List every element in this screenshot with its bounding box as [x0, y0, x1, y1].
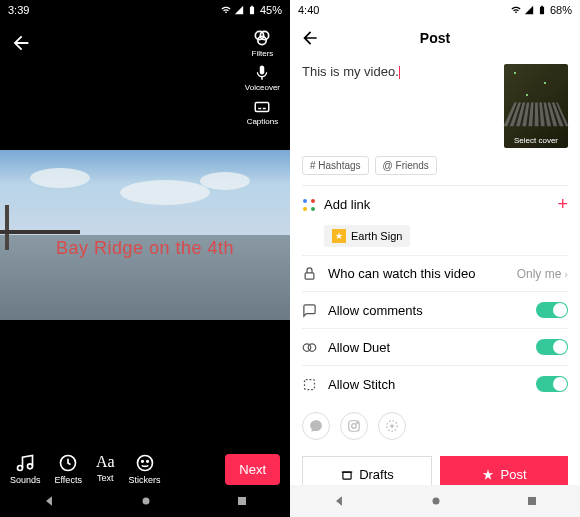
attached-link[interactable]: ★ Earth Sign [324, 225, 410, 247]
svg-point-10 [141, 461, 143, 463]
duet-icon [302, 340, 318, 355]
svg-rect-14 [305, 273, 314, 279]
video-preview[interactable]: Bay Ridge on the 4th [0, 150, 290, 320]
filters-button[interactable]: Filters [252, 28, 274, 58]
battery-percent: 45% [260, 4, 282, 16]
select-cover-button[interactable]: Select cover [504, 64, 568, 148]
svg-rect-13 [238, 497, 246, 505]
nav-recent-icon[interactable] [526, 495, 538, 507]
svg-point-20 [357, 422, 358, 423]
battery-icon [247, 5, 257, 15]
post-screen: 4:40 68% Post This is my video. [290, 0, 580, 517]
svg-point-9 [137, 456, 152, 471]
svg-rect-17 [305, 379, 315, 389]
share-row [290, 402, 580, 450]
privacy-value: Only me › [517, 267, 568, 281]
duet-toggle[interactable] [536, 339, 568, 355]
nav-home-icon[interactable] [429, 494, 443, 508]
text-button[interactable]: Aa Text [96, 453, 115, 485]
captions-button[interactable]: Captions [247, 98, 279, 126]
svg-point-6 [18, 466, 23, 471]
nav-back-icon[interactable] [42, 494, 56, 508]
comments-toggle[interactable] [536, 302, 568, 318]
back-arrow-icon [10, 32, 32, 54]
svg-point-7 [28, 464, 33, 469]
sounds-button[interactable]: Sounds [10, 453, 41, 485]
status-icons: 68% [511, 4, 572, 16]
effects-button[interactable]: Effects [55, 453, 82, 485]
nav-recent-icon[interactable] [236, 495, 248, 507]
back-button[interactable] [10, 28, 32, 54]
drafts-icon [340, 468, 354, 482]
signal-icon [524, 5, 534, 15]
filters-icon [252, 28, 272, 48]
privacy-row[interactable]: Who can watch this video Only me › [302, 255, 568, 291]
stitch-icon [302, 377, 318, 392]
stickers-button[interactable]: Stickers [129, 453, 161, 485]
battery-icon [537, 5, 547, 15]
android-nav [290, 485, 580, 517]
status-icons: 45% [221, 4, 282, 16]
nav-home-icon[interactable] [139, 494, 153, 508]
status-bar: 3:39 45% [0, 0, 290, 20]
stickers-icon [135, 453, 155, 473]
text-icon: Aa [96, 453, 115, 471]
comment-icon [302, 303, 318, 318]
svg-rect-27 [528, 497, 536, 505]
back-arrow-icon [300, 28, 320, 48]
lock-icon [302, 266, 318, 281]
share-instagram-button[interactable] [340, 412, 368, 440]
svg-point-26 [432, 498, 439, 505]
text-cursor [399, 66, 400, 79]
android-nav [0, 485, 290, 517]
allow-duet-row: Allow Duet [302, 328, 568, 365]
edit-screen: 3:39 45% Filters Voiceover [0, 0, 290, 517]
captions-icon [253, 98, 271, 116]
svg-point-2 [258, 36, 266, 44]
link-dots-icon [302, 198, 316, 212]
svg-rect-24 [343, 472, 351, 479]
add-link-row[interactable]: Add link + [302, 185, 568, 223]
bottom-toolbar: Sounds Effects Aa Text Stickers Next [0, 453, 290, 485]
share-message-button[interactable] [302, 412, 330, 440]
chips-row: # Hashtags @ Friends [290, 152, 580, 185]
svg-point-11 [146, 461, 148, 463]
status-bar: 4:40 68% [290, 0, 580, 20]
voiceover-button[interactable]: Voiceover [245, 64, 280, 92]
caption-input[interactable]: This is my video. [302, 64, 496, 148]
share-stories-button[interactable] [378, 412, 406, 440]
effects-icon [58, 453, 78, 473]
video-text-overlay[interactable]: Bay Ridge on the 4th [0, 238, 290, 259]
signal-icon [234, 5, 244, 15]
caption-area: This is my video. Select cover [290, 56, 580, 152]
svg-point-16 [308, 343, 316, 351]
status-time: 4:40 [298, 4, 319, 16]
svg-point-19 [352, 424, 357, 429]
svg-rect-3 [256, 103, 270, 112]
battery-percent: 68% [550, 4, 572, 16]
side-tools: Filters Voiceover Captions [245, 28, 280, 126]
status-time: 3:39 [8, 4, 29, 16]
mic-icon [253, 64, 271, 82]
page-title: Post [290, 30, 580, 46]
post-icon [481, 468, 495, 482]
earth-sign-icon: ★ [332, 229, 346, 243]
music-icon [15, 453, 35, 473]
edit-header: Filters Voiceover Captions [0, 20, 290, 150]
friends-chip[interactable]: @ Friends [375, 156, 437, 175]
allow-stitch-row: Allow Stitch [302, 365, 568, 402]
nav-back-icon[interactable] [332, 494, 346, 508]
hashtags-chip[interactable]: # Hashtags [302, 156, 369, 175]
plus-icon: + [557, 194, 568, 215]
stitch-toggle[interactable] [536, 376, 568, 392]
next-button[interactable]: Next [225, 454, 280, 485]
svg-point-12 [142, 498, 149, 505]
wifi-icon [221, 5, 231, 15]
allow-comments-row: Allow comments [302, 291, 568, 328]
back-button[interactable] [300, 28, 320, 48]
chevron-right-icon: › [564, 268, 568, 280]
post-header: Post [290, 20, 580, 56]
wifi-icon [511, 5, 521, 15]
